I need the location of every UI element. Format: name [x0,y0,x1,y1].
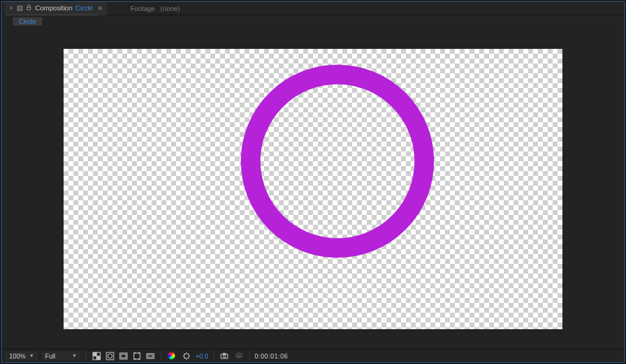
composition-tab[interactable]: × Composition Circle ≡ [4,2,107,15]
safe-zones-icon[interactable] [118,351,129,361]
svg-point-4 [108,354,112,358]
breadcrumb-current[interactable]: Circle [13,17,42,26]
composition-name-link[interactable]: Circle [76,4,93,12]
svg-rect-1 [93,352,97,356]
composition-viewport[interactable] [2,29,624,349]
chevron-down-icon: ▼ [72,353,77,359]
region-of-interest-icon[interactable] [131,351,142,361]
separator [86,352,86,360]
resolution-value: Full [45,352,56,360]
toggle-mask-icon[interactable] [105,351,116,361]
resolution-dropdown[interactable]: Full ▼ [42,351,81,361]
transparency-grid-icon[interactable] [91,351,102,361]
svg-rect-6 [121,354,126,358]
viewer-footer: 100% ▼ Full ▼ [2,349,624,362]
svg-rect-7 [134,353,140,359]
tab-label: Composition [35,4,72,12]
zoom-value: 100% [9,352,26,360]
close-icon[interactable]: × [9,4,13,12]
tab-label: Footage [130,5,155,12]
separator [213,352,214,360]
svg-rect-9 [148,355,153,357]
separator [249,352,250,360]
circle-shape-layer[interactable] [241,65,434,258]
svg-point-14 [238,355,240,357]
composition-panel: × Composition Circle ≡ Footage (none) Ci… [1,1,625,363]
magnification-dropdown[interactable]: 100% ▼ [6,351,38,361]
show-snapshot-icon[interactable] [234,351,245,361]
svg-point-12 [223,355,226,357]
composition-flowchart-bar: Circle [2,15,624,27]
separator [161,352,161,360]
square-icon [17,5,23,11]
current-timecode[interactable]: 0:00:01:06 [255,352,289,360]
chevron-down-icon: ▼ [29,353,34,359]
panel-menu-icon[interactable]: ≡ [98,4,102,12]
footage-tab[interactable]: Footage (none) [125,2,185,15]
lock-icon[interactable] [26,4,32,12]
svg-rect-2 [97,356,100,360]
exposure-value[interactable]: +0.0 [196,352,208,360]
transparency-grid-canvas[interactable] [64,49,562,329]
viewer-toggle-group [91,351,156,361]
footage-value: (none) [161,5,180,12]
color-management-icon[interactable] [166,351,177,361]
svg-rect-3 [106,352,114,360]
channels-icon[interactable] [145,351,156,361]
tab-underline [7,15,98,15]
reset-exposure-icon[interactable] [181,351,192,361]
panel-tab-bar: × Composition Circle ≡ Footage (none) [2,2,624,15]
snapshot-icon[interactable] [219,351,230,361]
